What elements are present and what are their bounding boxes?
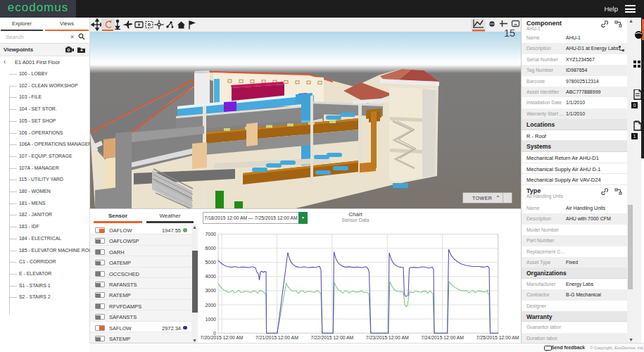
svg-text:4000: 4000 — [205, 274, 216, 279]
svg-text:2000: 2000 — [205, 303, 216, 308]
svg-text:7/20/2015 12:00 AM: 7/20/2015 12:00 AM — [201, 335, 244, 340]
svg-text:3000: 3000 — [205, 288, 216, 293]
svg-text:7/22/2015 12:00 AM: 7/22/2015 12:00 AM — [310, 335, 353, 340]
svg-text:7/23/2015 12:00 AM: 7/23/2015 12:00 AM — [366, 335, 409, 340]
svg-text:5000: 5000 — [205, 260, 216, 265]
svg-text:7000: 7000 — [205, 232, 216, 237]
svg-text:7/25/2015 12:00 AM: 7/25/2015 12:00 AM — [476, 335, 519, 340]
svg-text:6000: 6000 — [205, 246, 216, 251]
svg-text:1000: 1000 — [205, 317, 216, 322]
svg-text:7/24/2015 12:00 AM: 7/24/2015 12:00 AM — [421, 335, 464, 340]
svg-text:7/21/2015 12:00 AM: 7/21/2015 12:00 AM — [255, 335, 298, 340]
